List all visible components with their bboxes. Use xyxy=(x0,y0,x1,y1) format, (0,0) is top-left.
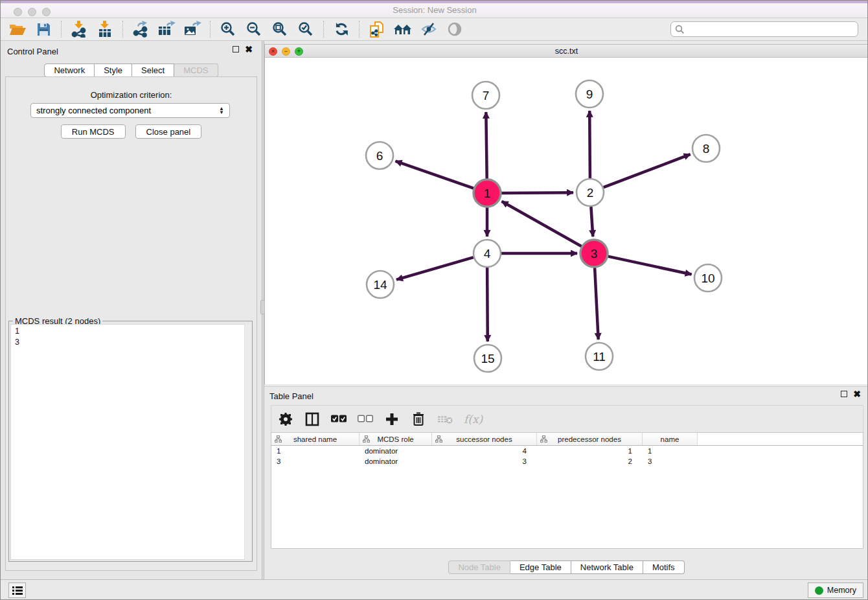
cell-predecessor-nodes[interactable]: 1 xyxy=(537,446,643,456)
cell-shared-name[interactable]: 1 xyxy=(271,446,360,456)
add-column-icon[interactable] xyxy=(384,411,400,427)
float-panel-icon[interactable] xyxy=(233,46,239,52)
table-panel-title: Table Panel xyxy=(269,391,314,401)
zoom-selected-icon[interactable] xyxy=(293,19,319,39)
edge-3-11[interactable] xyxy=(595,268,599,340)
delete-column-icon[interactable] xyxy=(411,411,426,427)
hide-details-icon[interactable] xyxy=(416,19,442,39)
control-panel-header: Control Panel ✖ xyxy=(1,41,262,62)
node-2[interactable]: 2 xyxy=(577,179,604,206)
refresh-view-icon[interactable] xyxy=(328,19,354,39)
save-session-icon[interactable] xyxy=(30,19,56,39)
zoom-in-icon[interactable] xyxy=(215,19,241,39)
network-title: scc.txt xyxy=(265,47,868,56)
tab-edge-table[interactable]: Edge Table xyxy=(510,560,571,574)
edge-2-8[interactable] xyxy=(604,154,691,187)
edge-2-9[interactable] xyxy=(589,111,590,178)
edge-1-7[interactable] xyxy=(486,112,486,179)
node-15[interactable]: 15 xyxy=(474,345,501,372)
mcds-result-box: MCDS result (2 nodes) 1 3 xyxy=(8,321,253,562)
columns-icon[interactable] xyxy=(304,411,320,427)
criterion-select[interactable]: strongly connected component ▲▼ xyxy=(30,103,230,118)
column-header-predecessor-nodes[interactable]: predecessor nodes xyxy=(537,433,643,445)
cell-mcds-role[interactable]: dominator xyxy=(360,446,432,456)
open-session-icon[interactable] xyxy=(5,19,30,39)
svg-text:3: 3 xyxy=(591,247,598,260)
cell-successor-nodes[interactable]: 4 xyxy=(432,446,537,456)
edge-1-2[interactable] xyxy=(501,192,573,193)
tab-select[interactable]: Select xyxy=(132,63,174,77)
import-table-icon[interactable] xyxy=(92,19,118,39)
show-graphics-icon[interactable] xyxy=(442,19,468,39)
tab-mcds[interactable]: MCDS xyxy=(174,63,218,77)
application-window: Session: New Session xyxy=(0,0,868,600)
task-history-button[interactable] xyxy=(8,583,26,598)
cell-predecessor-nodes[interactable]: 2 xyxy=(537,456,643,467)
close-panel-icon[interactable]: ✖ xyxy=(245,46,253,52)
tab-motifs[interactable]: Motifs xyxy=(643,560,685,574)
tab-network-table[interactable]: Network Table xyxy=(571,560,643,574)
run-mcds-button[interactable]: Run MCDS xyxy=(61,124,126,139)
node-3[interactable]: 3 xyxy=(580,240,608,267)
column-label: MCDS role xyxy=(377,435,413,443)
edge-4-14[interactable] xyxy=(396,257,474,280)
node-11[interactable]: 11 xyxy=(586,343,613,370)
tab-network[interactable]: Network xyxy=(44,63,95,77)
edge-1-6[interactable] xyxy=(396,161,474,189)
edge-2-3[interactable] xyxy=(591,207,593,237)
cell-successor-nodes[interactable]: 3 xyxy=(432,456,537,467)
svg-text:1: 1 xyxy=(484,187,491,200)
cell-name[interactable]: 3 xyxy=(643,456,698,467)
deselect-all-checkboxes-icon[interactable] xyxy=(358,411,373,427)
import-network-icon[interactable] xyxy=(66,19,92,39)
criterion-value: strongly connected component xyxy=(36,106,151,115)
search-field[interactable] xyxy=(670,21,858,37)
cell-name[interactable]: 1 xyxy=(643,446,698,456)
delete-table-icon xyxy=(437,411,453,427)
tab-style[interactable]: Style xyxy=(95,63,132,77)
node-7[interactable]: 7 xyxy=(472,82,499,109)
node-6[interactable]: 6 xyxy=(366,142,393,169)
column-header-name[interactable]: name xyxy=(643,433,698,445)
export-table-icon[interactable] xyxy=(154,19,179,39)
toolbar-separator xyxy=(61,21,62,38)
settings-gear-icon[interactable] xyxy=(278,411,293,427)
zoom-out-icon[interactable] xyxy=(241,19,267,39)
table-row-1[interactable]: 3dominator323 xyxy=(271,456,863,467)
node-1[interactable]: 1 xyxy=(474,179,501,207)
table-tabs: Node TableEdge TableNetwork TableMotifs xyxy=(264,560,868,574)
node-10[interactable]: 10 xyxy=(694,264,722,292)
zoom-fit-icon[interactable] xyxy=(267,19,293,39)
cell-shared-name[interactable]: 3 xyxy=(271,456,360,467)
node-8[interactable]: 8 xyxy=(692,135,720,162)
float-table-panel-icon[interactable] xyxy=(841,391,847,397)
node-14[interactable]: 14 xyxy=(367,271,394,298)
tab-node-table[interactable]: Node Table xyxy=(448,560,510,574)
column-label: shared name xyxy=(293,435,337,443)
home-layout-icon[interactable] xyxy=(390,19,416,39)
edge-3-10[interactable] xyxy=(608,257,692,275)
mcds-result-scrollbar[interactable] xyxy=(244,324,251,560)
search-input[interactable] xyxy=(685,24,854,34)
node-table: shared nameMCDS rolesuccessor nodesprede… xyxy=(271,432,863,549)
column-header-shared-name[interactable]: shared name xyxy=(271,433,360,445)
export-image-icon[interactable] xyxy=(179,19,205,39)
mcds-result-list[interactable]: 1 3 xyxy=(10,324,251,560)
copy-style-icon[interactable] xyxy=(364,19,390,39)
export-network-icon[interactable] xyxy=(128,19,154,39)
close-table-panel-icon[interactable]: ✖ xyxy=(853,391,861,397)
cell-mcds-role[interactable]: dominator xyxy=(360,456,432,467)
node-4[interactable]: 4 xyxy=(474,240,501,267)
table-row-0[interactable]: 1dominator411 xyxy=(271,446,863,456)
edge-3-1[interactable] xyxy=(502,202,582,246)
select-all-checkboxes-icon[interactable] xyxy=(331,411,347,427)
network-window-titlebar[interactable]: × − + scc.txt xyxy=(265,45,868,58)
node-9[interactable]: 9 xyxy=(576,80,603,108)
memory-button[interactable]: Memory xyxy=(808,583,863,598)
network-canvas-svg[interactable]: 7968124314101511 xyxy=(265,58,868,384)
column-header-successor-nodes[interactable]: successor nodes xyxy=(432,433,537,445)
control-panel-tabs: NetworkStyleSelectMCDS xyxy=(1,63,262,77)
column-header-mcds-role[interactable]: MCDS role xyxy=(360,433,432,445)
edge-4-15[interactable] xyxy=(487,268,488,341)
close-panel-button[interactable]: Close panel xyxy=(135,124,202,139)
